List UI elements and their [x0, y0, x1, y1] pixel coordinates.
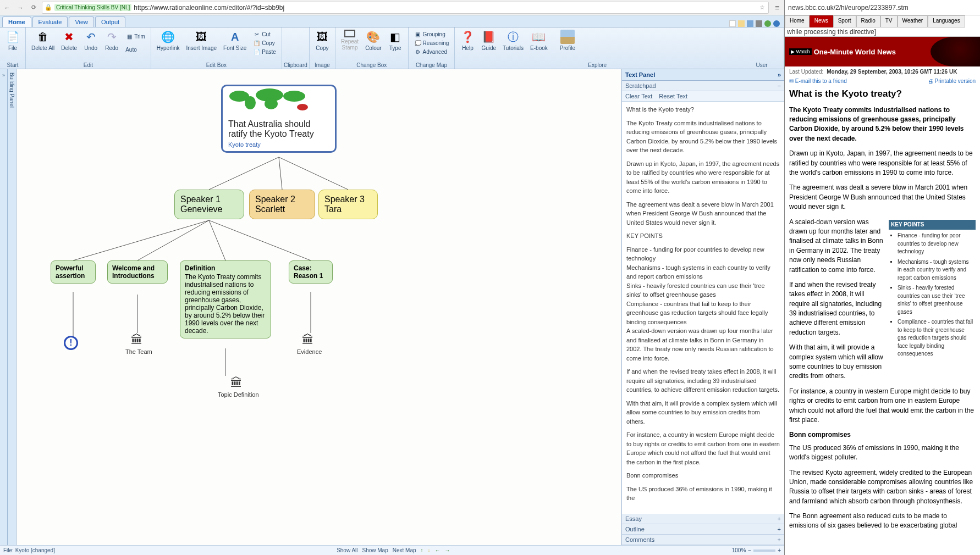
- hyperlink-button[interactable]: 🌐Hyperlink: [153, 29, 183, 52]
- email-link[interactable]: ✉ E-mail this to a friend: [789, 78, 847, 84]
- bbc-tab-tv[interactable]: TV: [880, 15, 898, 27]
- copy-image-button[interactable]: 🖼Copy: [312, 29, 333, 52]
- colour-button[interactable]: 🎨Colour: [362, 29, 384, 52]
- ribbon-changebox-label: Change Box: [335, 62, 408, 69]
- clear-text-button[interactable]: Clear Text: [625, 93, 652, 99]
- bookmark-icon[interactable]: ☆: [759, 4, 765, 11]
- redo-label: Redo: [105, 45, 118, 51]
- watch-badge[interactable]: ▶ Watch: [789, 48, 812, 55]
- comments-section[interactable]: Comments+: [622, 535, 784, 545]
- delete-button[interactable]: ✖Delete: [58, 29, 80, 52]
- powerful-head: Powerful assertion: [56, 264, 91, 280]
- show-map-button[interactable]: Show Map: [362, 547, 388, 553]
- building-panel-label-tab[interactable]: Building Panel: [8, 69, 16, 545]
- guide-button[interactable]: 📕Guide: [478, 29, 499, 52]
- zoom-out-icon[interactable]: −: [748, 547, 751, 553]
- delete-all-button[interactable]: 🗑Delete All: [28, 29, 58, 52]
- arrow-left-icon[interactable]: ←: [435, 547, 441, 553]
- repeat-stamp-button[interactable]: RepeatStamp: [338, 29, 362, 52]
- show-all-button[interactable]: Show All: [337, 547, 357, 553]
- cut-button[interactable]: ✂Cut: [252, 30, 277, 38]
- canvas[interactable]: That Australia should ratify the Kyoto T…: [16, 69, 621, 545]
- stamp-icon: [344, 30, 355, 37]
- collapse-icon[interactable]: »: [778, 71, 781, 78]
- file-button[interactable]: 📄 File: [2, 29, 23, 52]
- tab-evaluate[interactable]: Evaluate: [32, 16, 68, 27]
- arrow-up-icon[interactable]: ↑: [421, 547, 423, 553]
- reload-button[interactable]: [29, 3, 38, 13]
- help-label: Help: [462, 45, 474, 51]
- font-icon: A: [228, 30, 242, 44]
- case-node[interactable]: Case: Reason 1: [289, 260, 333, 284]
- expand-icon: »: [2, 73, 5, 78]
- arrow-right-icon[interactable]: →: [445, 547, 450, 553]
- article-para: The Kyoto Treaty commits industrialised …: [789, 106, 976, 144]
- hamburger-menu[interactable]: ≡: [772, 3, 782, 13]
- save-icon[interactable]: [747, 20, 753, 27]
- main-node-link[interactable]: Kyoto treaty: [228, 141, 329, 148]
- back-button[interactable]: [2, 3, 12, 13]
- undo-button[interactable]: ↶Undo: [80, 29, 101, 52]
- reasoning-button[interactable]: 💭Reasoning: [413, 38, 450, 47]
- paste-button[interactable]: 📄Paste: [252, 47, 277, 56]
- redo-button[interactable]: ↷Redo: [101, 29, 122, 52]
- welcome-node[interactable]: Welcome and Introductions: [107, 260, 168, 284]
- definition-node[interactable]: DefinitionThe Kyoto Treaty commits indus…: [180, 260, 271, 338]
- powerful-node[interactable]: Powerful assertion: [51, 260, 96, 284]
- type-button[interactable]: ◧Type: [385, 29, 406, 52]
- tab-view[interactable]: View: [69, 16, 94, 27]
- print-link[interactable]: 🖨 Printable version: [928, 78, 976, 84]
- speaker1-node[interactable]: Speaker 1 Genevieve: [174, 190, 244, 219]
- keypoints-box: KEY POINTS Finance - funding for poor co…: [889, 220, 976, 363]
- help-icon[interactable]: [773, 20, 780, 27]
- auto-button[interactable]: Auto: [124, 46, 146, 53]
- copy-button[interactable]: 📋Copy: [252, 38, 277, 47]
- type-icon: ◧: [388, 30, 403, 44]
- bbc-tab-radio[interactable]: Radio: [856, 15, 880, 27]
- arrow-down-icon[interactable]: ↓: [428, 547, 431, 553]
- bbc-tab-news[interactable]: News: [810, 15, 833, 27]
- bbc-url-bar[interactable]: news.bbc.co.uk/2/hi/europe/2233897.stm: [785, 0, 980, 15]
- new-icon[interactable]: [729, 20, 736, 27]
- open-icon[interactable]: [738, 20, 745, 27]
- advanced-button[interactable]: ⚙Advanced: [413, 47, 450, 56]
- main-node[interactable]: That Australia should ratify the Kyoto T…: [221, 85, 337, 153]
- essay-section[interactable]: Essay+: [622, 514, 784, 524]
- scratchpad-body[interactable]: What is the Kyoto treaty? The Kyoto Trea…: [622, 102, 784, 514]
- topic-leaf[interactable]: 🏛Topic Definition: [218, 376, 259, 398]
- tab-output[interactable]: Output: [95, 16, 125, 27]
- reset-text-button[interactable]: Reset Text: [659, 93, 687, 99]
- bbc-tab-languages[interactable]: Languages: [928, 15, 965, 27]
- tutorials-button[interactable]: ⓘTutorials: [499, 29, 527, 52]
- zoom-in-icon[interactable]: +: [778, 547, 781, 553]
- exclaim-leaf[interactable]: !: [64, 336, 78, 350]
- print-icon[interactable]: [756, 20, 762, 27]
- article-headline: What is the Kyoto treaty?: [789, 87, 976, 101]
- bbc-tab-sport[interactable]: Sport: [833, 15, 856, 27]
- insert-image-button[interactable]: 🖼Insert Image: [183, 29, 220, 52]
- next-map-button[interactable]: Next Map: [393, 547, 416, 553]
- trim-button[interactable]: ▦Trim: [124, 32, 146, 41]
- evidence-leaf[interactable]: 🏛Evidence: [297, 333, 322, 355]
- bbc-tab-home[interactable]: Home: [785, 15, 810, 27]
- building-panel-tab[interactable]: »: [0, 69, 8, 545]
- profile-button[interactable]: Profile: [557, 29, 579, 52]
- tab-home[interactable]: Home: [2, 16, 31, 27]
- grouping-button[interactable]: ▣Grouping: [413, 30, 450, 38]
- bbc-banner: ▶ Watch One-Minute World News: [785, 37, 980, 66]
- refresh-icon[interactable]: [764, 20, 771, 27]
- url-box[interactable]: 🔒 Critical Thinking Skills BV [NL] https…: [42, 2, 769, 14]
- help-button[interactable]: ❓Help: [457, 29, 478, 52]
- speaker3-node[interactable]: Speaker 3 Tara: [318, 190, 378, 219]
- fontsize-button[interactable]: AFont Size: [220, 29, 250, 52]
- ebook-button[interactable]: 📖E-book: [527, 29, 551, 52]
- scratchpad-section[interactable]: Scratchpad −: [622, 81, 784, 91]
- zoom-slider[interactable]: [753, 550, 775, 552]
- bbc-tab-weather[interactable]: Weather: [898, 15, 928, 27]
- team-leaf[interactable]: 🏛The Team: [125, 333, 152, 355]
- bbc-article[interactable]: What is the Kyoto treaty? The Kyoto Trea…: [785, 85, 980, 555]
- outline-section[interactable]: Outline+: [622, 524, 784, 535]
- forward-button[interactable]: [15, 3, 25, 13]
- speaker2-node[interactable]: Speaker 2 Scarlett: [249, 190, 315, 219]
- keypoint-item: Finance - funding for poor countries to …: [898, 232, 973, 256]
